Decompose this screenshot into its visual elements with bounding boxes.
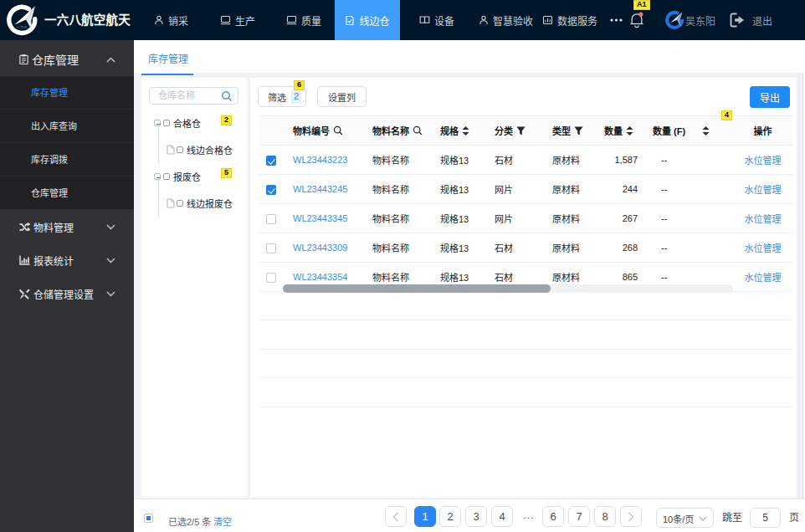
svg-text:一六八: 一六八 [17,25,28,29]
